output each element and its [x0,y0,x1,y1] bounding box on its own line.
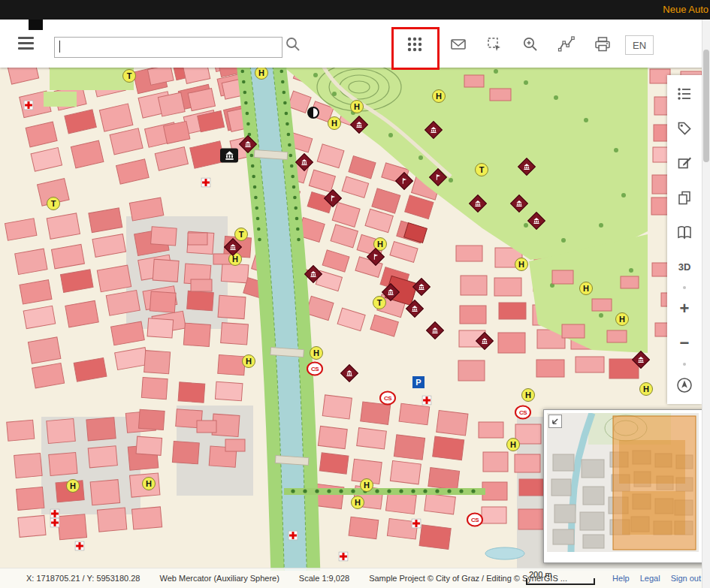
transit-stop-marker[interactable]: H [506,438,520,451]
carsharing-marker[interactable]: CS [307,362,323,376]
zoom-selection-button[interactable] [515,32,545,57]
transit-stop-marker[interactable]: H [66,479,80,493]
transit-stop-marker[interactable]: H [350,100,364,113]
sign-out-link[interactable]: Sign out [671,574,701,583]
transit-stop-marker[interactable]: H [521,388,535,402]
language-button[interactable]: EN [625,35,654,55]
select-region-icon [485,35,503,53]
print-button[interactable] [588,32,618,57]
scrollbar-thumb[interactable] [703,50,709,162]
edit-icon [676,155,693,171]
layer-list-button[interactable] [667,77,702,111]
page-scrollbar[interactable] [702,20,710,588]
top-news-bar: Neue Auto [0,0,710,20]
transit-stop-marker[interactable]: T [122,69,136,83]
first-aid-marker[interactable] [422,396,432,406]
transit-stop-marker[interactable]: H [515,258,528,271]
scale-readout: Scale 1:9,028 [299,574,349,583]
first-aid-marker[interactable] [50,518,60,528]
carsharing-marker[interactable]: CS [515,406,531,420]
transit-stop-marker[interactable]: T [475,163,488,176]
search-input[interactable] [54,37,282,58]
transit-stop-marker[interactable]: T [47,197,60,210]
main-toolbar: EN [0,20,710,68]
news-ticker: Neue Auto [663,4,708,15]
transit-stop-marker[interactable]: T [373,296,386,309]
search-icon [284,35,302,53]
map-application-window: HHHHHHHHHHHHHHHHHHTTTTTCSCSCSCSP Neue Au… [0,0,710,588]
monument-marker[interactable] [307,107,319,119]
measure-button[interactable] [551,32,582,57]
apps-grid-button[interactable] [400,32,430,57]
legend-icon [676,224,693,240]
copy-icon [676,189,693,206]
museum-landmark-marker[interactable] [220,149,238,163]
email-icon [449,35,467,53]
edit-button[interactable] [667,146,702,180]
first-aid-marker[interactable] [201,178,211,188]
transit-stop-marker[interactable]: H [432,89,446,103]
right-toolbar: 3D + − [667,75,702,404]
transit-stop-marker[interactable]: H [142,477,156,490]
transit-stop-marker[interactable]: H [351,496,364,509]
first-aid-marker[interactable] [289,531,298,541]
transit-stop-marker[interactable]: H [310,346,323,360]
status-bar: X: 1718705.21 / Y: 5953180.28 Web Mercat… [0,568,710,588]
view-3d-button[interactable]: 3D [667,249,702,284]
labels-icon [676,120,693,137]
app-logo [29,18,43,30]
overview-map[interactable] [543,409,710,563]
menu-button[interactable] [17,34,36,53]
transit-stop-marker[interactable]: H [328,116,341,130]
scale-bar-line [526,578,595,585]
transit-stop-marker[interactable]: H [255,66,268,80]
projection-readout: Web Mercator (Auxiliary Sphere) [160,574,279,583]
layer-list-icon [676,86,693,102]
zoom-in-button[interactable]: + [667,291,702,326]
transit-stop-marker[interactable]: H [242,354,255,368]
apps-grid-icon [406,35,424,53]
zoom-out-button[interactable]: − [667,326,702,360]
search-button[interactable] [278,32,308,57]
transit-stop-marker[interactable]: H [360,478,373,492]
first-aid-marker[interactable] [75,541,85,551]
transit-stop-marker[interactable]: T [234,228,248,241]
legal-link[interactable]: Legal [640,574,660,583]
help-link[interactable]: Help [612,574,630,583]
coordinates-readout: X: 1718705.21 / Y: 5953180.28 [26,574,140,583]
transit-stop-marker[interactable]: H [639,382,653,396]
print-icon [594,35,612,53]
toolbar-divider [683,363,686,366]
labels-button[interactable] [667,111,702,146]
collapse-arrow-icon [550,416,560,427]
locate-button[interactable] [667,368,702,403]
email-button[interactable] [443,32,473,57]
select-region-button[interactable] [479,32,509,57]
transit-stop-marker[interactable]: H [579,282,593,295]
text-caret [59,41,60,53]
legend-button[interactable] [667,215,702,249]
transit-stop-marker[interactable]: H [615,312,629,326]
overview-map-canvas[interactable] [547,413,699,552]
first-aid-marker[interactable] [339,552,349,562]
measure-icon [557,35,576,53]
zoom-selection-icon [521,35,539,53]
locate-icon [675,376,693,394]
collapse-overview-button[interactable] [548,415,562,428]
copy-button[interactable] [667,180,702,215]
scale-bar: 200 m [526,571,595,585]
carsharing-marker[interactable]: CS [379,391,396,406]
first-aid-marker[interactable] [24,101,34,110]
parking-marker[interactable]: P [412,376,424,388]
toolbar-divider [683,286,686,289]
carsharing-marker[interactable]: CS [467,513,483,527]
first-aid-marker[interactable] [412,519,421,529]
footer-links: Help Legal Sign out [612,574,701,583]
